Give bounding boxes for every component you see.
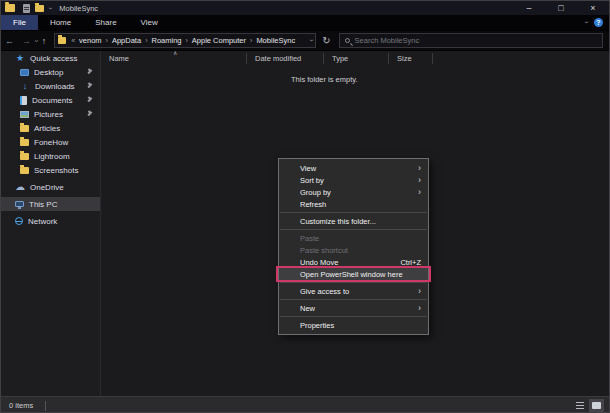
details-view-button[interactable] bbox=[572, 399, 587, 413]
app-folder-icon bbox=[5, 4, 15, 12]
empty-folder-message: This folder is empty. bbox=[291, 75, 358, 84]
menu-item-paste: Paste bbox=[279, 232, 428, 244]
address-dropdown-icon[interactable]: › bbox=[308, 39, 315, 41]
address-box[interactable]: «venom›AppData›Roaming›Apple Computer›Mo… bbox=[54, 33, 316, 48]
ribbon-tab-share[interactable]: Share bbox=[83, 15, 128, 30]
window-title: MobileSync bbox=[59, 4, 98, 13]
navigation-pane: Quick access Desktop Downloads Documents… bbox=[1, 51, 101, 396]
column-header-date-modified[interactable]: Date modified bbox=[247, 53, 324, 64]
thumbnails-view-button[interactable] bbox=[589, 399, 604, 413]
view-toggle-group bbox=[572, 399, 609, 413]
window-controls: – □ × bbox=[513, 1, 609, 15]
folder-icon bbox=[20, 167, 29, 174]
menu-item-give-access-to[interactable]: Give access to › bbox=[279, 285, 428, 297]
pictures-icon bbox=[20, 111, 29, 118]
submenu-arrow-icon: › bbox=[418, 188, 421, 197]
search-icon bbox=[345, 38, 350, 43]
folder-icon bbox=[20, 139, 29, 146]
breadcrumb-segment-appdata[interactable]: AppData bbox=[112, 36, 141, 45]
sidebar-item-documents[interactable]: Documents bbox=[1, 93, 100, 107]
menu-separator bbox=[280, 316, 427, 317]
menu-item-undo-move[interactable]: Undo Move Ctrl+Z bbox=[279, 256, 428, 268]
sidebar-item-fonehow[interactable]: FoneHow bbox=[1, 135, 100, 149]
breadcrumb-segment-mobilesync[interactable]: MobileSync bbox=[256, 36, 295, 45]
sidebar-item-downloads[interactable]: Downloads bbox=[1, 79, 100, 93]
breadcrumb-segment-roaming[interactable]: Roaming bbox=[151, 36, 181, 45]
sidebar-item-network[interactable]: Network bbox=[1, 214, 100, 228]
sidebar-item-desktop[interactable]: Desktop bbox=[1, 65, 100, 79]
ribbon-right: › ? bbox=[585, 15, 609, 30]
star-icon bbox=[15, 53, 25, 63]
search-input[interactable]: Search MobileSync bbox=[339, 33, 603, 48]
menu-separator bbox=[280, 212, 427, 213]
breadcrumb-segment-venom[interactable]: venom bbox=[79, 36, 102, 45]
pin-icon bbox=[87, 83, 93, 89]
documents-icon bbox=[20, 96, 27, 105]
sidebar-item-pictures[interactable]: Pictures bbox=[1, 107, 100, 121]
expand-ribbon-icon[interactable]: › bbox=[582, 21, 589, 23]
sidebar-item-articles[interactable]: Articles bbox=[1, 121, 100, 135]
new-folder-icon[interactable] bbox=[35, 5, 44, 12]
menu-item-open-powershell-window-here[interactable]: Open PowerShell window here bbox=[279, 268, 428, 280]
submenu-arrow-icon: › bbox=[418, 176, 421, 185]
quick-access-toolbar: › bbox=[23, 4, 51, 13]
submenu-arrow-icon: › bbox=[418, 287, 421, 296]
ribbon-tab-home[interactable]: Home bbox=[38, 15, 83, 30]
column-header-size[interactable]: Size bbox=[389, 53, 433, 64]
breadcrumb-segment-apple-computer[interactable]: Apple Computer bbox=[192, 36, 246, 45]
breadcrumb-separator-icon: › bbox=[145, 37, 147, 44]
sort-ascending-icon: ∧ bbox=[173, 49, 177, 56]
menu-item-new[interactable]: New › bbox=[279, 302, 428, 314]
menu-separator bbox=[280, 229, 427, 230]
breadcrumb-separator-icon: › bbox=[250, 37, 252, 44]
details-view-icon bbox=[576, 402, 584, 409]
menu-separator bbox=[280, 282, 427, 283]
pin-icon bbox=[87, 111, 93, 117]
sidebar-item-quick-access[interactable]: Quick access bbox=[1, 51, 100, 65]
menu-item-paste-shortcut: Paste shortcut bbox=[279, 244, 428, 256]
menu-item-sort-by[interactable]: Sort by › bbox=[279, 174, 428, 186]
address-bar-row: ← → › ↑ «venom›AppData›Roaming›Apple Com… bbox=[1, 31, 609, 51]
submenu-arrow-icon: › bbox=[418, 164, 421, 173]
menu-item-customize-this-folder[interactable]: Customize this folder... bbox=[279, 215, 428, 227]
menu-item-view[interactable]: View › bbox=[279, 162, 428, 174]
maximize-button[interactable]: □ bbox=[545, 1, 577, 15]
status-bar: 0 items bbox=[1, 396, 609, 413]
downloads-icon bbox=[20, 81, 30, 91]
thispc-icon bbox=[15, 201, 24, 207]
close-button[interactable]: × bbox=[577, 1, 609, 15]
network-icon bbox=[15, 217, 23, 225]
breadcrumb-separator-icon: › bbox=[106, 37, 108, 44]
recent-locations-icon[interactable]: › bbox=[32, 39, 40, 42]
help-icon[interactable]: ? bbox=[594, 18, 603, 27]
menu-item-properties[interactable]: Properties bbox=[279, 319, 428, 331]
qat-dropdown-icon[interactable]: › bbox=[47, 7, 54, 9]
column-header-name[interactable]: Name∧ bbox=[101, 53, 247, 64]
status-divider bbox=[45, 401, 46, 411]
sidebar-item-this-pc[interactable]: This PC bbox=[1, 197, 100, 211]
submenu-arrow-icon: › bbox=[418, 304, 421, 313]
breadcrumb-separator-icon: › bbox=[185, 37, 187, 44]
properties-icon[interactable] bbox=[23, 4, 30, 13]
onedrive-icon bbox=[15, 182, 25, 192]
folder-icon bbox=[20, 153, 29, 160]
ribbon-tab-file[interactable]: File bbox=[1, 15, 38, 30]
minimize-button[interactable]: – bbox=[513, 1, 545, 15]
context-menu: View › Sort by › Group by › Refresh Cust… bbox=[278, 158, 429, 335]
pin-icon bbox=[87, 69, 93, 75]
breadcrumb-folder-icon bbox=[58, 37, 66, 44]
refresh-icon[interactable]: ↻ bbox=[316, 35, 336, 46]
ribbon-tabs: File Home Share View › ? bbox=[1, 15, 609, 31]
sidebar-item-lightroom[interactable]: Lightroom bbox=[1, 149, 100, 163]
menu-item-group-by[interactable]: Group by › bbox=[279, 186, 428, 198]
thumbnails-view-icon bbox=[592, 402, 601, 409]
menu-item-refresh[interactable]: Refresh bbox=[279, 198, 428, 210]
file-explorer-window: › MobileSync – □ × File Home Share View … bbox=[0, 0, 610, 413]
ribbon-tab-view[interactable]: View bbox=[129, 15, 170, 30]
sidebar-item-screenshots[interactable]: Screenshots bbox=[1, 163, 100, 177]
items-count: 0 items bbox=[1, 401, 33, 410]
sidebar-item-onedrive[interactable]: OneDrive bbox=[1, 180, 100, 194]
column-header-type[interactable]: Type bbox=[324, 53, 389, 64]
back-icon[interactable]: ← bbox=[1, 36, 18, 46]
breadcrumb-collapse-icon[interactable]: « bbox=[71, 37, 75, 44]
